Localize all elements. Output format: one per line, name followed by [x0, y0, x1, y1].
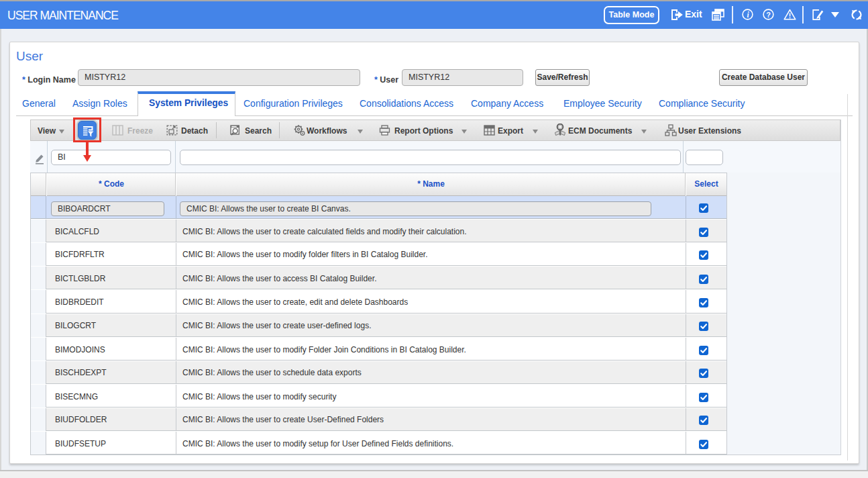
svg-text:?: ?	[766, 11, 771, 19]
svg-text:i: i	[747, 11, 750, 19]
